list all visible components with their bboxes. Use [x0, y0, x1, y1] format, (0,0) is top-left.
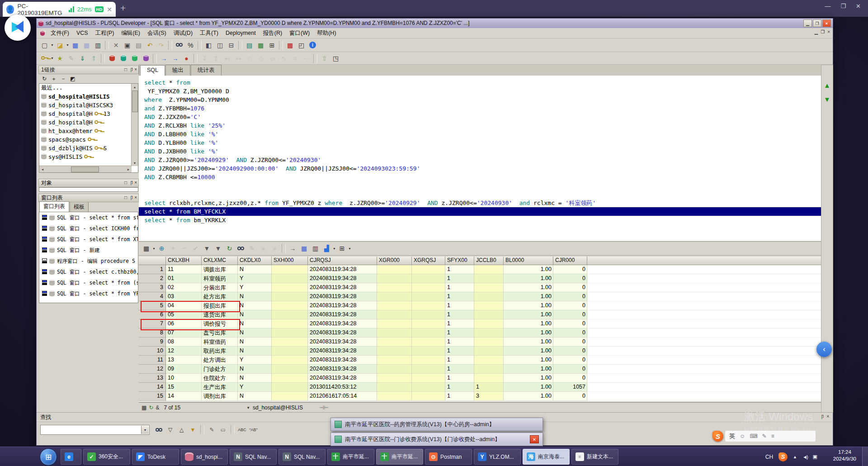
grid-cell[interactable]: N: [238, 292, 272, 301]
save-icon[interactable]: ▦: [70, 40, 81, 51]
menu-报告R[interactable]: 报告(R): [260, 29, 285, 38]
grid-cell[interactable]: 12: [166, 347, 202, 356]
menu-工程P[interactable]: 工程(P): [92, 29, 118, 38]
grid-row[interactable]: 605退货出库N2024083119:34:2811.000: [139, 310, 821, 319]
grid-cell[interactable]: N: [238, 310, 272, 319]
grid-cell[interactable]: 退货出库: [202, 310, 238, 319]
grid-cell[interactable]: 科室领药: [202, 274, 238, 283]
grid-cell[interactable]: 11: [166, 265, 202, 274]
column-header-rownum[interactable]: [139, 257, 166, 265]
taskbar-button-nanjing-haitai[interactable]: 海南京海泰...: [523, 449, 570, 465]
mdi-minimize-icon[interactable]: ▁: [814, 29, 818, 34]
grid-cell[interactable]: 1: [445, 347, 474, 356]
cascade-windows-icon[interactable]: ◧: [203, 40, 214, 51]
grid-cell[interactable]: [412, 356, 445, 365]
scrollbar-thumb[interactable]: [71, 166, 99, 172]
sql-line[interactable]: AND D.LBBH00 like '%': [139, 130, 821, 138]
grid-cell[interactable]: N: [238, 265, 272, 274]
print-results-icon[interactable]: ▥: [310, 243, 321, 254]
network-icon[interactable]: ▣: [813, 454, 817, 460]
more-icon[interactable]: ⋯: [301, 53, 312, 64]
cut-icon[interactable]: ✕: [110, 40, 122, 51]
search-down-icon[interactable]: ▽: [165, 425, 175, 435]
grid-cell[interactable]: Y: [238, 383, 272, 392]
sql-line[interactable]: AND Z.CRBMBH <=10000: [139, 173, 821, 181]
ime-lang-label[interactable]: 英: [729, 432, 735, 440]
ime-tool-icon[interactable]: ✎: [762, 433, 767, 439]
open-folder-icon[interactable]: ◪: [54, 40, 66, 51]
grid-cell[interactable]: [272, 328, 308, 338]
grid-cell[interactable]: 1: [445, 310, 474, 319]
stop-icon[interactable]: ▩: [284, 40, 296, 51]
whole-word-icon[interactable]: ABC: [237, 425, 247, 435]
grid-cell[interactable]: 0: [553, 356, 587, 365]
grid-cell[interactable]: 0: [553, 292, 587, 301]
grid-cell[interactable]: 1.00: [504, 274, 553, 283]
column-header-SXH000[interactable]: SXH000: [272, 257, 308, 265]
grid-cell[interactable]: 0: [553, 392, 587, 401]
grid-cell[interactable]: 1.00: [504, 292, 553, 301]
grid-cell[interactable]: 1.00: [504, 365, 553, 374]
grid-cell[interactable]: 2013011420:53:12: [308, 383, 377, 392]
sql-line[interactable]: AND D.JXBH00 like '%': [139, 147, 821, 156]
close-session-icon[interactable]: ✕: [107, 6, 112, 13]
grid-cell[interactable]: 1.00: [504, 328, 553, 338]
grid-row[interactable]: 1012取药出库N2024083119:34:2811.000: [139, 347, 821, 356]
pivot-icon-dropdown[interactable]: ▼: [348, 243, 352, 253]
grid-cell[interactable]: [412, 283, 445, 292]
editor-tab-sql[interactable]: SQL: [140, 65, 165, 76]
sql-line[interactable]: YF_YPMXZ0 Z,BM_YD0000 D: [139, 87, 821, 95]
find-data-icon[interactable]: [235, 243, 246, 254]
close-panel-icon[interactable]: ×: [134, 180, 137, 186]
undo-icon[interactable]: ↶: [144, 40, 156, 51]
window-list-item[interactable]: SQL 窗口 - 新建: [39, 245, 138, 256]
grid-cell[interactable]: 1.00: [504, 356, 553, 365]
import-icon[interactable]: ⇑: [88, 53, 99, 64]
grid-cell[interactable]: N: [238, 301, 272, 310]
remove-connection-icon[interactable]: －: [59, 75, 67, 83]
open-folder-icon-dropdown[interactable]: ▼: [66, 40, 70, 50]
grid-cell[interactable]: 1: [445, 374, 474, 383]
post-changes-icon[interactable]: ✔: [190, 243, 201, 254]
grid-row[interactable]: 1113处方调出Y2024083119:34:2811.000: [139, 356, 821, 365]
todesk-sidebar-handle[interactable]: ‹: [816, 342, 832, 357]
highlight-icon[interactable]: ▼: [188, 425, 198, 435]
column-header-CKLXBH[interactable]: CKLXBH: [166, 257, 202, 265]
menu-VCS[interactable]: VCS: [73, 29, 91, 37]
grid-cell[interactable]: [272, 383, 308, 392]
sql-line[interactable]: [139, 190, 821, 199]
dock-menu-icon[interactable]: □: [124, 180, 127, 186]
grid-cell[interactable]: N: [238, 365, 272, 374]
copy-icon[interactable]: ▣: [122, 40, 133, 51]
database-teal-icon[interactable]: [118, 53, 129, 64]
grid-cell[interactable]: N: [238, 347, 272, 356]
grid-cell[interactable]: [412, 383, 445, 392]
pin-icon[interactable]: 卩: [128, 67, 133, 73]
minimize-button[interactable]: ▁: [803, 19, 812, 27]
grid-row[interactable]: 807盘亏出库N2024083119:34:2811.000: [139, 328, 821, 338]
grid-cell[interactable]: 1: [445, 292, 474, 301]
grid-cell[interactable]: 取药出库: [202, 347, 238, 356]
new-session-button[interactable]: +: [120, 3, 126, 14]
step-over-icon[interactable]: ↥: [210, 53, 222, 64]
sql-line[interactable]: where Z.YPNM00=D.YPNM00: [139, 95, 821, 104]
grid-cell[interactable]: [272, 310, 308, 319]
grid-cell[interactable]: 1.00: [504, 374, 553, 383]
grid-cell[interactable]: N: [238, 338, 272, 347]
grid-row[interactable]: 504报损出库N2024083119:34:2811.000: [139, 301, 821, 310]
grid-cell[interactable]: [412, 338, 445, 347]
save-all-icon[interactable]: ▦: [81, 40, 92, 51]
grid-cell[interactable]: [272, 347, 308, 356]
grid-cell[interactable]: 2024083119:34:28: [308, 283, 377, 292]
prev-page-icon[interactable]: «: [258, 243, 269, 254]
taskbar-button-hospital-app-2[interactable]: 十南平市延...: [376, 449, 423, 465]
notification-toast-outpatient[interactable]: 南平市延平区医院--门诊收费系统(V13)【门诊收费处--admin】 ✕: [330, 433, 543, 446]
grid-row[interactable]: 302分装出库Y2024083119:34:2811.000: [139, 283, 821, 292]
grid-mode-icon-dropdown[interactable]: ▼: [152, 243, 156, 253]
column-header-BL0000[interactable]: BL0000: [504, 257, 553, 265]
objects-panel-header[interactable]: 对象 □卩×: [38, 179, 139, 187]
grid-cell[interactable]: 1: [445, 301, 474, 310]
sql-line[interactable]: AND Z.JZRQ00>='20240929' AND Z.JZRQ00<='…: [139, 156, 821, 164]
grid-cell[interactable]: [412, 265, 445, 274]
grid-cell[interactable]: 2024083119:34:28: [308, 328, 377, 338]
